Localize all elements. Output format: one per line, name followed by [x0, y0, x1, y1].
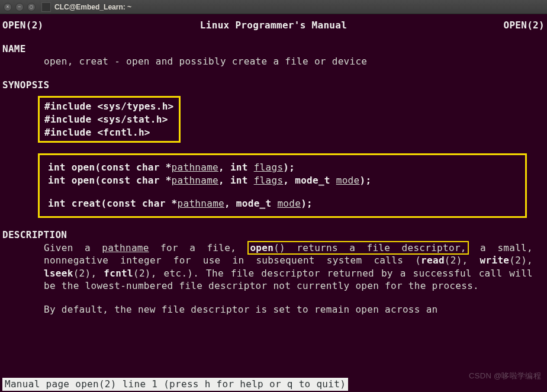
desc-fn: open: [250, 242, 274, 253]
sig-text: );: [301, 198, 313, 209]
inline-highlight-box: open() returns a file descriptor,: [247, 241, 468, 255]
maximize-button[interactable]: ▢: [27, 3, 36, 11]
include-line: #include <fcntl.h>: [44, 126, 174, 139]
include-line: #include <sys/types.h>: [44, 100, 174, 113]
signatures-highlight-box: int open(const char *pathname, int flags…: [38, 153, 527, 218]
desc-param: pathname: [102, 242, 149, 253]
sig-param: flags: [254, 162, 284, 173]
sig-text: );: [283, 162, 295, 173]
desc-text: for a file,: [149, 242, 248, 253]
desc-fn: lseek: [44, 268, 73, 279]
desc-text: () returns a file descriptor,: [274, 242, 466, 253]
section-description-heading: DESCRIPTION: [2, 229, 545, 242]
close-button[interactable]: ×: [4, 3, 12, 11]
includes-highlight-box: #include <sys/types.h> #include <sys/sta…: [38, 96, 181, 143]
sig-param: mode: [277, 198, 301, 209]
header-right: OPEN(2): [503, 19, 545, 32]
section-synopsis-heading: SYNOPSIS: [2, 79, 545, 92]
sig-param: mode: [336, 175, 360, 186]
description-para1: Given a pathname for a file, open() retu…: [2, 242, 545, 293]
terminal-content[interactable]: OPEN(2) Linux Programmer's Manual OPEN(2…: [0, 14, 547, 392]
sig-text: , int: [218, 175, 254, 186]
desc-fn: write: [480, 255, 510, 266]
desc-text: a: [469, 242, 486, 253]
sig-param: pathname: [172, 162, 218, 173]
sig-param: pathname: [178, 198, 224, 209]
desc-text: (2),: [509, 255, 533, 266]
desc-text: (2),: [73, 268, 104, 279]
header-left: OPEN(2): [2, 19, 44, 32]
sig-param: pathname: [172, 175, 218, 186]
description-para2: By default, the new file descriptor is s…: [2, 303, 545, 316]
window-controls: × − ▢: [4, 3, 36, 11]
sig-text: , int: [218, 162, 254, 173]
sig-text: );: [359, 175, 371, 186]
terminal-icon: [41, 2, 51, 12]
manpage-header: OPEN(2) Linux Programmer's Manual OPEN(2…: [2, 19, 545, 32]
desc-text: Given a: [44, 242, 102, 253]
section-name-heading: NAME: [2, 43, 545, 56]
sig-text: int creat(const char *: [48, 198, 178, 209]
include-line: #include <sys/stat.h>: [44, 113, 174, 126]
signature-open2: int open(const char *pathname, int flags…: [48, 174, 517, 187]
desc-fn: fcntl: [104, 268, 133, 279]
sig-text: int open(const char *: [48, 162, 172, 173]
sig-param: flags: [254, 175, 284, 186]
header-center: Linux Programmer's Manual: [200, 19, 347, 32]
desc-text: (2),: [445, 255, 480, 266]
name-text: open, creat - open and possibly create a…: [2, 55, 545, 68]
sig-text: int open(const char *: [48, 175, 172, 186]
signature-open1: int open(const char *pathname, int flags…: [48, 161, 517, 174]
window-title: CLC@Embed_Learn: ~: [54, 3, 131, 11]
desc-fn: read: [421, 255, 445, 266]
status-line: Manual page open(2) line 1 (press h for …: [2, 378, 348, 391]
minimize-button[interactable]: −: [15, 3, 24, 11]
signature-creat: int creat(const char *pathname, mode_t m…: [48, 197, 517, 210]
window-titlebar: × − ▢ CLC@Embed_Learn: ~: [0, 0, 547, 14]
sig-text: , mode_t: [224, 198, 277, 209]
desc-text: (2), etc.). The file descriptor: [133, 268, 320, 279]
sig-text: , mode_t: [283, 175, 336, 186]
watermark: CSDN @哆啦学编程: [469, 371, 541, 381]
